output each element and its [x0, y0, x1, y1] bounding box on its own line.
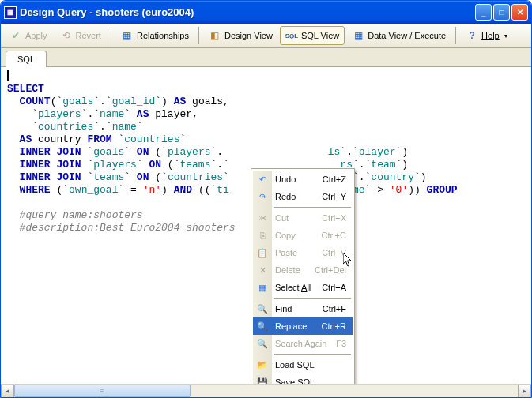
find-icon: 🔍: [256, 302, 269, 315]
editor-area: SELECT COUNT(`goals`.`goal_id`) AS goals…: [1, 67, 531, 397]
tab-sql[interactable]: SQL: [6, 51, 47, 67]
apply-button[interactable]: ✔Apply: [4, 26, 53, 45]
separator: [455, 27, 456, 44]
toolbar: ✔Apply ⟲Revert ▦Relationships ◧Design Vi…: [1, 24, 531, 48]
menu-delete[interactable]: ✕DeleteCtrl+Del: [253, 261, 353, 279]
cut-icon: ✂: [256, 212, 269, 224]
menu-load-sql[interactable]: 📂Load SQL: [253, 356, 353, 374]
separator: [111, 27, 111, 44]
menu-replace[interactable]: 🔍ReplaceCtrl+R: [253, 317, 353, 335]
paste-icon: 📋: [256, 246, 269, 259]
menu-paste[interactable]: 📋PasteCtrl+V: [253, 244, 353, 261]
relationships-icon: ▦: [121, 29, 134, 42]
scroll-track[interactable]: ≡: [14, 385, 518, 397]
horizontal-scrollbar[interactable]: ◄ ≡ ►: [1, 384, 531, 397]
menu-search-again[interactable]: 🔍Search AgainF3: [253, 335, 353, 352]
menu-separator: [274, 354, 351, 355]
menu-undo[interactable]: ↶UndoCtrl+Z: [253, 171, 353, 188]
table-icon: ▦: [352, 29, 364, 42]
menu-redo[interactable]: ↷RedoCtrl+Y: [253, 188, 353, 205]
scroll-thumb[interactable]: ≡: [14, 385, 191, 397]
design-view-button[interactable]: ◧Design View: [203, 26, 278, 45]
separator: [198, 27, 199, 44]
window-controls: _ □ ✕: [475, 4, 528, 21]
replace-icon: 🔍: [256, 320, 269, 332]
menu-find[interactable]: 🔍FindCtrl+F: [253, 300, 353, 317]
menu-separator: [274, 298, 351, 298]
menu-copy[interactable]: ⎘CopyCtrl+C: [253, 227, 353, 244]
copy-icon: ⎘: [256, 229, 269, 242]
sql-icon: SQL: [285, 29, 298, 42]
check-icon: ✔: [9, 29, 22, 42]
menu-cut[interactable]: ✂CutCtrl+X: [253, 209, 353, 227]
scroll-left-button[interactable]: ◄: [1, 385, 14, 397]
redo-icon: ↷: [256, 190, 269, 203]
help-button[interactable]: ?Help▾: [460, 26, 513, 45]
app-window: ▦ Design Query - shooters (euro2004) _ □…: [0, 0, 532, 398]
undo-icon: ↶: [256, 173, 269, 186]
select-all-icon: ▦: [256, 281, 269, 294]
revert-icon: ⟲: [60, 29, 73, 42]
relationships-button[interactable]: ▦Relationships: [115, 26, 194, 45]
search-again-icon: 🔍: [256, 337, 269, 350]
revert-button[interactable]: ⟲Revert: [55, 26, 107, 45]
close-button[interactable]: ✕: [511, 4, 528, 21]
data-view-button[interactable]: ▦Data View / Execute: [346, 26, 451, 45]
titlebar: ▦ Design Query - shooters (euro2004) _ □…: [1, 1, 531, 24]
help-icon: ?: [466, 29, 478, 42]
dropdown-icon: ▾: [504, 32, 507, 39]
maximize-button[interactable]: □: [493, 4, 510, 21]
design-icon: ◧: [209, 29, 221, 42]
menu-separator: [274, 207, 351, 208]
editor-tabs: SQL: [1, 48, 531, 67]
app-icon: ▦: [4, 6, 17, 19]
open-icon: 📂: [256, 359, 269, 371]
delete-icon: ✕: [256, 264, 269, 276]
minimize-button[interactable]: _: [475, 4, 492, 21]
context-menu: ↶UndoCtrl+Z ↷RedoCtrl+Y ✂CutCtrl+X ⎘Copy…: [251, 168, 355, 397]
menu-select-all[interactable]: ▦Select AllCtrl+A: [253, 279, 353, 296]
window-title: Design Query - shooters (euro2004): [20, 6, 475, 18]
text-caret: [7, 70, 9, 81]
scroll-right-button[interactable]: ►: [518, 385, 531, 397]
sql-view-button[interactable]: SQLSQL View: [280, 26, 345, 45]
